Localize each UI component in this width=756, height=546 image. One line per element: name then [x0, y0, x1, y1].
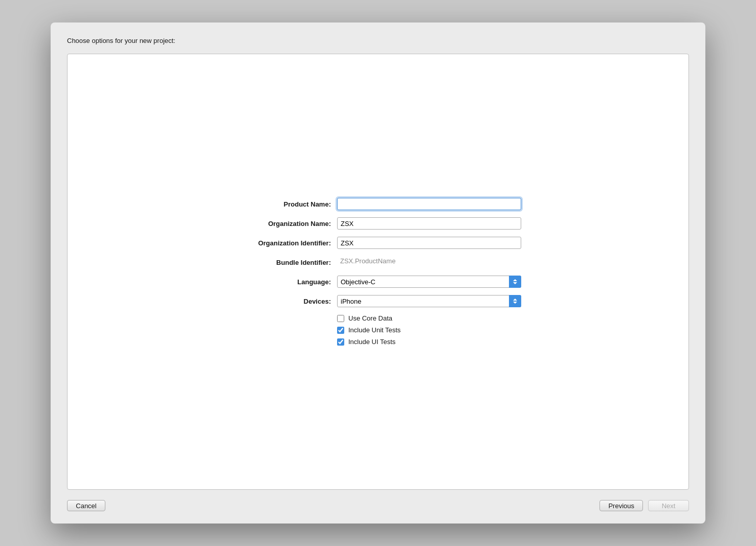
product-name-row: Product Name: — [235, 198, 521, 210]
org-name-label: Organization Name: — [235, 220, 337, 228]
footer-right-buttons: Previous Next — [599, 500, 689, 511]
cancel-button[interactable]: Cancel — [67, 500, 105, 511]
language-label: Language: — [235, 278, 337, 286]
include-ui-tests-label: Include UI Tests — [348, 338, 395, 346]
devices-row: Devices: iPhone iPad Universal — [235, 295, 521, 307]
use-core-data-label: Use Core Data — [348, 314, 392, 322]
form-container: Product Name: Organization Name: Organiz… — [235, 198, 521, 346]
include-ui-tests-row: Include UI Tests — [337, 338, 521, 346]
product-name-label: Product Name: — [235, 200, 337, 208]
org-identifier-label: Organization Identifier: — [235, 239, 337, 247]
product-name-input[interactable] — [337, 198, 521, 210]
bundle-identifier-label: Bundle Identifier: — [235, 259, 337, 266]
bundle-identifier-value: ZSX.ProductName — [337, 256, 521, 268]
devices-select-wrapper: iPhone iPad Universal — [337, 295, 521, 307]
devices-select[interactable]: iPhone iPad Universal — [337, 295, 521, 307]
previous-button[interactable]: Previous — [599, 500, 643, 511]
dialog-footer: Cancel Previous Next — [67, 500, 689, 511]
bundle-identifier-row: Bundle Identifier: ZSX.ProductName — [235, 256, 521, 268]
language-select-wrapper: Objective-C Swift — [337, 276, 521, 288]
devices-label: Devices: — [235, 298, 337, 305]
org-identifier-row: Organization Identifier: — [235, 237, 521, 249]
include-ui-tests-checkbox[interactable] — [337, 338, 344, 346]
language-select[interactable]: Objective-C Swift — [337, 276, 521, 288]
next-button: Next — [648, 500, 689, 511]
org-name-input[interactable] — [337, 217, 521, 230]
include-unit-tests-checkbox[interactable] — [337, 327, 344, 334]
org-identifier-input[interactable] — [337, 237, 521, 249]
checkbox-group: Use Core Data Include Unit Tests Include… — [337, 314, 521, 346]
content-area: Product Name: Organization Name: Organiz… — [67, 54, 689, 490]
new-project-dialog: Choose options for your new project: Pro… — [51, 22, 705, 524]
use-core-data-row: Use Core Data — [337, 314, 521, 322]
include-unit-tests-row: Include Unit Tests — [337, 326, 521, 334]
org-name-row: Organization Name: — [235, 217, 521, 230]
language-row: Language: Objective-C Swift — [235, 276, 521, 288]
use-core-data-checkbox[interactable] — [337, 315, 344, 322]
include-unit-tests-label: Include Unit Tests — [348, 326, 401, 334]
dialog-title: Choose options for your new project: — [67, 37, 689, 44]
